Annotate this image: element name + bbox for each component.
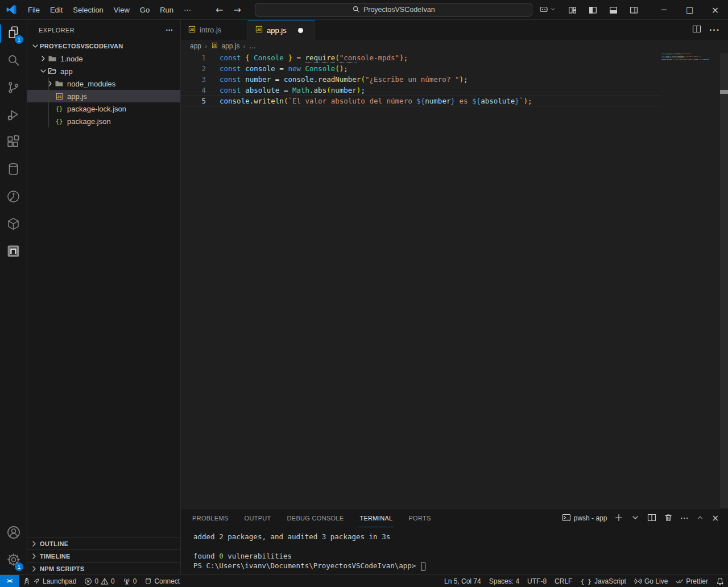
editor-more-button[interactable]: ··· [709,25,720,35]
tab-app-js[interactable]: JSapp.js [248,20,315,40]
panel-tab-terminal[interactable]: TERMINAL [358,510,394,527]
breadcrumb[interactable]: app›JSapp.js›… [181,40,728,52]
menu-view[interactable]: View [109,3,135,16]
terminal-dropdown-button[interactable] [631,513,640,524]
editor-scrollbar[interactable] [720,53,728,508]
chevron-right-icon [30,564,39,573]
code-editor[interactable]: 1const { Console } = require("console-mp… [181,52,728,508]
activitybar-explorer[interactable]: 1 [0,20,27,47]
panel-tab-output[interactable]: OUTPUT [243,510,272,527]
new-terminal-button[interactable] [614,513,623,524]
toggle-panel-icon[interactable] [606,3,621,16]
minimap[interactable]: const { Console } = require("console-mpd… [661,53,709,60]
tree-item-1-node[interactable]: 1.node [27,52,180,65]
statusbar-cursor-position[interactable]: Ln 5, Col 74 [440,575,485,587]
sidebar-section-timeline[interactable]: TIMELINE [27,549,180,562]
panel-tab-ports[interactable]: PORTS [407,510,432,527]
copilot-button[interactable] [539,5,556,15]
nav-forward-button[interactable]: → [230,5,244,15]
terminal[interactable]: added 2 packages, and audited 3 packages… [181,528,728,571]
close-panel-button[interactable]: × [712,513,719,523]
json-icon: {} [55,104,64,113]
menu-selection[interactable]: Selection [68,3,108,16]
statusbar-prettier[interactable]: Prettier [672,575,712,587]
statusbar-go-live[interactable]: Go Live [630,575,672,587]
split-terminal-button[interactable] [647,513,656,524]
breadcrumb-item[interactable]: app.js [221,42,239,50]
search-icon [6,53,20,69]
menu-edit[interactable]: Edit [45,3,68,16]
panel-tab-problems[interactable]: PROBLEMS [191,510,230,527]
menu-go[interactable]: Go [135,3,155,16]
sidebar-section-outline[interactable]: OUTLINE [27,537,180,549]
token: absolute [245,86,279,94]
menu-run[interactable]: Run [155,3,179,16]
activitybar-accounts[interactable] [0,520,27,547]
split-editor-icon[interactable] [692,24,701,36]
token: require [305,53,336,63]
menubar-more-button[interactable]: ⋯ [179,3,196,16]
menu-file[interactable]: File [23,3,45,16]
statusbar-problems[interactable]: 00 [80,575,118,587]
activitybar-settings[interactable]: 1 [0,547,27,574]
activitybar-source-control[interactable] [0,75,27,102]
statusbar-eol[interactable]: CRLF [551,575,576,587]
statusbar-launchpad[interactable]: Launchpad [19,575,80,587]
statusbar-text: 0 [133,577,137,585]
remote-indicator[interactable]: >< [0,575,19,587]
kill-terminal-button[interactable] [664,513,673,524]
svg-text:JS: JS [257,27,261,31]
terminal-text: added 2 packages, and audited 3 packages… [193,532,390,541]
activitybar-live-preview[interactable] [0,238,27,266]
toggle-sidebar-icon[interactable] [585,3,600,16]
explorer-more-button[interactable]: ⋯ [166,26,173,34]
badge: 1 [15,563,23,571]
maximize-panel-button[interactable] [696,514,704,523]
sidebar-section-npm-scripts[interactable]: NPM SCRIPTS [27,562,180,574]
panel-tab-debug-console[interactable]: DEBUG CONSOLE [286,510,345,527]
tree-item-node-modules[interactable]: node_modules [27,77,180,90]
toggle-secondary-sidebar-icon[interactable] [626,3,641,16]
statusbar-ports[interactable]: 0 [119,575,141,587]
activitybar-search[interactable] [0,47,27,75]
customize-layout-icon[interactable] [565,3,580,16]
tab-label: app.js [267,26,287,35]
activitybar-run-and-debug[interactable] [0,102,27,129]
sidebar-title: EXPLORER [39,27,75,34]
tree-item-app-js[interactable]: JSapp.js [27,90,180,102]
section-label: TIMELINE [40,553,71,560]
panel-more-button[interactable]: ··· [680,514,689,522]
command-center-search[interactable]: ProyectosVSCodeIvan [255,3,532,16]
chevron-spacer [46,92,55,101]
terminal-tab-label[interactable]: pwsh - app [562,513,607,524]
bell-icon [716,577,724,585]
tree-item-proyectosvscodeivan[interactable]: PROYECTOSVSCODEIVAN [27,40,180,52]
activitybar-gitlens[interactable] [0,184,27,211]
close-button[interactable]: × [702,0,728,19]
warning-icon [101,577,109,585]
maximize-button[interactable]: □ [677,0,702,19]
activitybar-extensions[interactable] [0,129,27,156]
statusbar-notifications[interactable] [712,575,728,587]
file-tree: PROYECTOSVSCODEIVAN1.nodeappnode_modules… [27,40,180,127]
token: ; [404,53,408,62]
breadcrumb-item[interactable]: … [249,42,256,50]
tree-item-package-lock-json[interactable]: {}package-lock.json [27,102,180,115]
tree-item-app[interactable]: app [27,65,180,77]
statusbar-sql-connect[interactable]: Connect [140,575,184,587]
nav-back-button[interactable]: ← [212,5,226,15]
statusbar-language-mode[interactable]: { }JavaScript [576,575,630,587]
minimize-button[interactable]: ─ [651,0,677,19]
activitybar-database[interactable] [0,156,27,184]
activitybar-package-explorer[interactable] [0,211,27,238]
breadcrumb-item[interactable]: app [190,42,201,50]
command-center-text: ProyectosVSCodeIvan [363,6,435,14]
chevron-down-icon [31,42,40,51]
code-text: const number = console.readNumber("¿Escr… [206,74,468,85]
statusbar-encoding[interactable]: UTF-8 [523,575,551,587]
tab-intro-js[interactable]: JSintro.js [181,20,248,40]
statusbar-text: Prettier [686,577,708,585]
tree-item-package-json[interactable]: {}package.json [27,115,180,127]
editor-scrollbar-thumb[interactable] [720,90,728,94]
statusbar-indentation[interactable]: Spaces: 4 [485,575,523,587]
